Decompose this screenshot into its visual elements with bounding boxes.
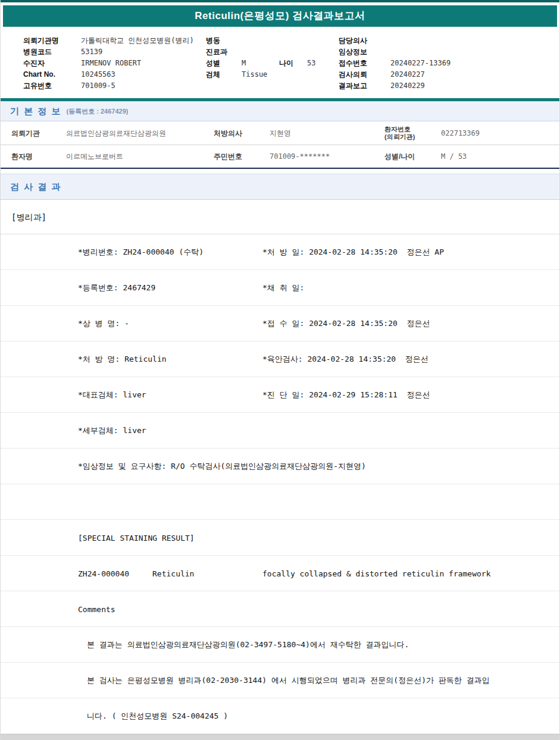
org-name-label: 의뢰기관명 bbox=[23, 35, 81, 46]
pathology-no-field: *병리번호: ZH24-000040 (수탁) bbox=[78, 247, 204, 258]
patient-no-value: 022713369 bbox=[441, 129, 480, 137]
hospital-code-label: 병원코드 bbox=[23, 46, 81, 58]
prescribing-doctor-label: 처방의사 bbox=[214, 128, 242, 138]
result-detail-row: *상 병 명: - *접 수 일: 2024-02-28 14:35:20 정은… bbox=[1, 306, 559, 341]
report-date-value: 20240229 bbox=[390, 81, 425, 90]
comment-line: 본 결과는 의료법인삼광의료재단삼광의원(02-3497-5180~4)에서 재… bbox=[1, 627, 559, 663]
patient-name-row-value: 이르메노브로버트 bbox=[66, 151, 123, 161]
header-field-ward: 병동 bbox=[206, 35, 315, 46]
result-detail-row: *등록번호: 2467429 *채 취 일: bbox=[1, 270, 559, 306]
header-field-unique-no: 고유번호701009-5 bbox=[23, 80, 194, 92]
chart-no-label: Chart No. bbox=[23, 69, 81, 80]
sex-age-label: 성별/나이 bbox=[384, 151, 415, 161]
header-field-patient-name: 수진자IRMENOV ROBERT bbox=[23, 58, 194, 69]
diagnosis-name-field: *상 병 명: - bbox=[78, 318, 129, 329]
result-detail-row: *처 방 명: Reticulin *육안검사: 2024-02-28 14:3… bbox=[1, 341, 559, 377]
comment-text: 니다. ( 인천성모병원 S24-004245 ) bbox=[87, 711, 228, 722]
clinical-info-text: *임상정보 및 요구사항: R/O 수탁검사(의료법인삼광의료재단삼광의원-지현… bbox=[78, 461, 366, 472]
staining-result-row: ZH24-000040 Reticulin focally collapsed … bbox=[1, 556, 559, 591]
age-label: 나이 bbox=[279, 58, 307, 69]
request-date-value: 20240227 bbox=[390, 70, 425, 79]
header-field-specimen: 검체Tissue bbox=[206, 69, 315, 80]
sex-label: 성별 bbox=[206, 58, 242, 69]
basic-info-row: 의뢰기관 의료법인삼광의료재단삼광의원 처방의사 지현영 환자번호(의뢰기관) … bbox=[1, 121, 559, 145]
result-detail-row: *세부검체: liver bbox=[1, 413, 559, 449]
referring-org-value: 의료법인삼광의료재단삼광의원 bbox=[66, 128, 166, 138]
header-field-clinical-info: 임상정보 bbox=[339, 46, 450, 58]
hospital-code-value: 53139 bbox=[81, 48, 102, 56]
header-field-chart-no: Chart No.10245563 bbox=[23, 69, 194, 80]
diagnosis-date-field: *진 단 일: 2024-02-29 15:28:11 정은선 bbox=[262, 390, 430, 400]
order-name-field: *처 방 명: Reticulin bbox=[78, 354, 167, 365]
resident-no-label: 주민번호 bbox=[214, 151, 242, 161]
report-page: Reticulin(은평성모) 검사결과보고서 의뢰기관명가톨릭대학교 인천성모… bbox=[0, 0, 560, 740]
collection-date-field: *채 취 일: bbox=[262, 283, 304, 293]
comment-line: 본 검사는 은평성모병원 병리과(02-2030-3144) 에서 시행되었으며… bbox=[1, 663, 559, 698]
report-header: 의뢰기관명가톨릭대학교 인천성모병원(병리) 병원코드53139 수진자IRME… bbox=[1, 27, 559, 98]
results-title: 검 사 결 과 bbox=[10, 181, 62, 193]
empty-row bbox=[1, 484, 559, 520]
specimen-label: 검체 bbox=[206, 69, 242, 80]
comments-label: Comments bbox=[78, 604, 115, 613]
comment-text: 본 결과는 의료법인삼광의료재단삼광의원(02-3497-5180~4)에서 재… bbox=[87, 639, 409, 650]
header-field-report-date: 결과보고20240229 bbox=[339, 80, 450, 92]
clinical-info-row: *임상정보 및 요구사항: R/O 수탁검사(의료법인삼광의료재단삼광의원-지현… bbox=[1, 449, 559, 484]
result-detail-row: *병리번호: ZH24-000040 (수탁) *처 방 일: 2024-02-… bbox=[1, 234, 559, 270]
results-header: 검 사 결 과 bbox=[1, 174, 559, 200]
specimen-no: ZH24-000040 bbox=[78, 569, 129, 578]
patient-no-label: 환자번호(의뢰기관) bbox=[384, 126, 415, 141]
prescription-date-field: *처 방 일: 2024-02-28 14:35:20 정은선 AP bbox=[262, 247, 444, 258]
header-field-department: 진료과 bbox=[206, 46, 315, 58]
prescribing-doctor-value: 지현영 bbox=[270, 128, 291, 138]
receipt-no-label: 접수번호 bbox=[339, 58, 390, 69]
staining-result-header: [SPECIAL STAINING RESULT] bbox=[78, 533, 195, 542]
sub-specimen-field: *세부검체: liver bbox=[78, 425, 146, 436]
report-title: Reticulin(은평성모) 검사결과보고서 bbox=[3, 5, 557, 27]
header-field-doctor: 담당의사 bbox=[339, 35, 450, 46]
header-field-hospital-code: 병원코드53139 bbox=[23, 46, 194, 58]
header-column-middle: 병동 진료과 성별M나이53 검체Tissue bbox=[206, 35, 315, 80]
unique-no-label: 고유번호 bbox=[23, 80, 81, 92]
basic-info-header: 기 본 정 보 (등록번호 : 2467429) bbox=[1, 101, 559, 121]
stain-name: Reticulin bbox=[152, 569, 194, 578]
ward-label: 병동 bbox=[206, 35, 242, 46]
resident-no-value: 701009-******* bbox=[270, 152, 330, 161]
sex-age-value: M / 53 bbox=[441, 152, 467, 161]
basic-info-row: 환자명 이르메노브로버트 주민번호 701009-******* 성별/나이 M… bbox=[1, 145, 559, 168]
comment-text: 본 검사는 은평성모병원 병리과(02-2030-3144) 에서 시행되었으며… bbox=[87, 675, 490, 686]
result-detail-row: *대표검체: liver *진 단 일: 2024-02-29 15:28:11… bbox=[1, 377, 559, 413]
header-column-right: 담당의사 임상정보 접수번호20240227-13369 검사의뢰2024022… bbox=[339, 35, 450, 92]
pathology-department-label: [병리과] bbox=[1, 200, 559, 234]
staining-result-header-row: [SPECIAL STAINING RESULT] bbox=[1, 520, 559, 556]
receipt-no-value: 20240227-13369 bbox=[390, 59, 450, 67]
department-label: 진료과 bbox=[206, 46, 242, 58]
unique-no-value: 701009-5 bbox=[81, 81, 115, 90]
basic-info-title: 기 본 정 보 bbox=[10, 106, 62, 117]
chart-no-value: 10245563 bbox=[81, 70, 115, 79]
doctor-label: 담당의사 bbox=[339, 35, 390, 46]
header-field-request-date: 검사의뢰20240227 bbox=[339, 69, 450, 80]
specimen-value: Tissue bbox=[242, 70, 267, 79]
sex-value: M bbox=[242, 58, 279, 69]
header-field-receipt-no: 접수번호20240227-13369 bbox=[339, 58, 450, 69]
report-date-label: 결과보고 bbox=[339, 80, 390, 92]
patient-name-label: 수진자 bbox=[23, 58, 81, 69]
header-column-left: 의뢰기관명가톨릭대학교 인천성모병원(병리) 병원코드53139 수진자IRME… bbox=[23, 35, 194, 92]
basic-info-reg-note: (등록번호 : 2467429) bbox=[67, 107, 129, 116]
age-value: 53 bbox=[307, 59, 315, 67]
receipt-date-field: *접 수 일: 2024-02-28 14:35:20 정은선 bbox=[262, 318, 430, 329]
window-bottom-bar bbox=[1, 734, 559, 740]
patient-name-row-label: 환자명 bbox=[11, 151, 33, 161]
header-field-sex-age: 성별M나이53 bbox=[206, 58, 315, 69]
patient-name-value: IRMENOV ROBERT bbox=[81, 59, 141, 67]
gross-exam-field: *육안검사: 2024-02-28 14:35:20 정은선 bbox=[262, 354, 428, 365]
comment-line: 니다. ( 인천성모병원 S24-004245 ) bbox=[1, 698, 559, 734]
spacer bbox=[1, 169, 559, 174]
comments-label-row: Comments bbox=[1, 591, 559, 627]
header-field-org-name: 의뢰기관명가톨릭대학교 인천성모병원(병리) bbox=[23, 35, 194, 46]
referring-org-label: 의뢰기관 bbox=[11, 128, 40, 138]
window-top-border bbox=[1, 0, 559, 2]
stain-result: focally collapsed & distorted reticulin … bbox=[262, 569, 491, 578]
clinical-info-label: 임상정보 bbox=[339, 46, 390, 58]
org-name-value: 가톨릭대학교 인천성모병원(병리) bbox=[81, 36, 194, 45]
